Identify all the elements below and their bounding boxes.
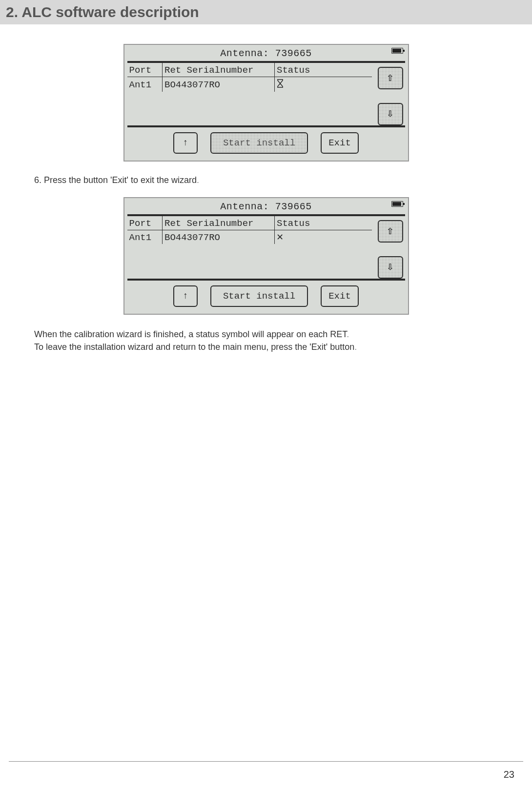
col-port-header: Port — [127, 216, 163, 230]
scroll-down-button[interactable]: ⇩ — [378, 256, 403, 279]
arrow-up-icon: ⇧ — [387, 225, 393, 237]
arrow-down-icon: ⇩ — [387, 262, 393, 273]
col-port-header: Port — [127, 63, 163, 77]
ret-table: Port Ret Serialnumber Status Ant1 BO4430… — [127, 63, 372, 92]
scroll-up-button[interactable]: ⇧ — [378, 220, 403, 243]
screen-title: Antenna: 739665 — [124, 198, 408, 214]
exit-button[interactable]: Exit — [321, 132, 359, 154]
arrow-down-icon: ⇩ — [387, 108, 393, 120]
step-6-instruction: 6. Press the button 'Exit' to exit the w… — [34, 175, 503, 185]
hourglass-icon — [277, 79, 284, 88]
col-serial-header: Ret Serialnumber — [163, 216, 275, 230]
screen-title: Antenna: 739665 — [124, 45, 408, 61]
closing-line-1: When the calibration wizard is finished,… — [34, 328, 503, 340]
cell-serial: BO443077RO — [163, 77, 275, 92]
cell-port: Ant1 — [127, 230, 163, 244]
col-serial-header: Ret Serialnumber — [163, 63, 275, 77]
up-button[interactable]: ↑ — [173, 285, 198, 307]
x-icon: ✕ — [277, 231, 283, 243]
table-row: Ant1 BO443077RO — [127, 77, 372, 92]
arrow-up-icon: ⇧ — [387, 72, 393, 84]
scroll-up-button[interactable]: ⇧ — [378, 67, 403, 89]
arrow-up-icon: ↑ — [183, 138, 188, 148]
cell-status: ✕ — [275, 230, 372, 244]
col-status-header: Status — [275, 63, 372, 77]
page-number: 23 — [504, 769, 514, 780]
exit-label: Exit — [328, 291, 351, 302]
lcd-screen-2: Antenna: 739665 Port Ret Serialnumber St… — [123, 197, 409, 315]
start-install-label: Start install — [223, 291, 295, 302]
cell-status — [275, 77, 372, 92]
up-button[interactable]: ↑ — [173, 132, 198, 154]
exit-label: Exit — [328, 138, 351, 148]
start-install-button[interactable]: Start install — [210, 285, 308, 307]
closing-line-2: To leave the installation wizard and ret… — [34, 341, 503, 353]
screen-title-text: Antenna: 739665 — [220, 201, 312, 212]
footer-divider — [9, 761, 523, 762]
start-install-label: Start install — [223, 138, 295, 148]
screen-title-text: Antenna: 739665 — [220, 48, 312, 59]
section-header: 2. ALC software description — [0, 0, 532, 24]
cell-port: Ant1 — [127, 77, 163, 92]
col-status-header: Status — [275, 216, 372, 230]
ret-table: Port Ret Serialnumber Status Ant1 BO4430… — [127, 216, 372, 244]
cell-serial: BO443077RO — [163, 230, 275, 244]
arrow-up-icon: ↑ — [183, 291, 188, 302]
section-title-text: 2. ALC software description — [6, 4, 199, 20]
lcd-screen-1: Antenna: 739665 Port Ret Serialnumber St… — [123, 44, 409, 162]
exit-button[interactable]: Exit — [321, 285, 359, 307]
start-install-button[interactable]: Start install — [210, 132, 308, 154]
table-row: Ant1 BO443077RO ✕ — [127, 230, 372, 244]
scroll-down-button[interactable]: ⇩ — [378, 103, 403, 125]
